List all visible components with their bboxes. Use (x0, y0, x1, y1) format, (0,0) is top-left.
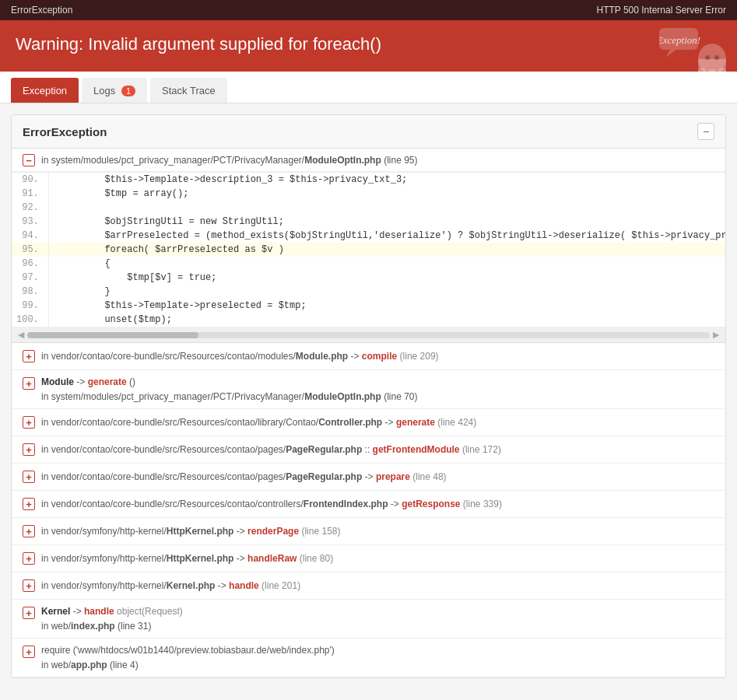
code-line: 93. $objStringUtil = new StringUtil; (12, 215, 725, 229)
line-number: 99. (12, 299, 48, 313)
code-line: 97. $tmp[$v] = true; (12, 271, 725, 285)
trace-item: +in vendor/contao/core-bundle/src/Resour… (12, 436, 725, 464)
line-code: $this->Template->preselected = $tmp; (48, 299, 725, 313)
trace-expand-btn[interactable]: + (23, 607, 35, 619)
scroll-right-arrow[interactable]: ▶ (713, 330, 719, 340)
tabs-bar: Exception Logs 1 Stack Trace (0, 72, 737, 103)
line-code: $objStringUtil = new StringUtil; (48, 215, 725, 229)
line-code: $tmp = array(); (48, 187, 725, 201)
trace-expand-btn[interactable]: + (23, 443, 35, 456)
error-card-title: ErrorException (23, 125, 107, 138)
line-number: 93. (12, 215, 48, 229)
trace-item: +in vendor/contao/core-bundle/src/Resour… (12, 464, 725, 491)
trace-kernel-subline: in web/index.php (line 31) (12, 621, 725, 638)
line-code: $arrPreselected = (method_exists($objStr… (48, 229, 725, 243)
code-line: 95. foreach( $arrPreselected as $v ) (12, 243, 725, 257)
main-expand-btn[interactable]: − (23, 154, 35, 166)
code-line: 90. $this->Template->description_3 = $th… (12, 173, 725, 187)
code-block: 90. $this->Template->description_3 = $th… (12, 172, 725, 327)
line-number: 98. (12, 285, 48, 299)
trace-expand-btn[interactable]: + (23, 579, 35, 592)
code-line: 98. } (12, 285, 725, 299)
tab-exception[interactable]: Exception (11, 78, 79, 103)
top-bar: ErrorException HTTP 500 Internal Server … (0, 0, 737, 20)
trace-require-line: + require ('www/htdocs/w01b1440/preview.… (12, 639, 725, 660)
line-code: } (48, 285, 725, 299)
line-number: 90. (12, 173, 48, 187)
trace-items: +in vendor/contao/core-bundle/src/Resour… (12, 343, 725, 677)
scroll-thumb[interactable] (27, 332, 198, 338)
line-number: 92. (12, 201, 48, 215)
trace-item: +in vendor/contao/core-bundle/src/Resour… (12, 343, 725, 370)
trace-item: +in vendor/contao/core-bundle/src/Resour… (12, 409, 725, 436)
error-card-header: ErrorException − (12, 115, 725, 149)
code-line: 92. (12, 201, 725, 215)
main-content: ErrorException − − in system/modules/pct… (0, 103, 737, 689)
kernel-handle-text: Kernel -> handle object(Request) (41, 606, 183, 617)
tab-stack-trace[interactable]: Stack Trace (150, 78, 227, 103)
trace-item: +in vendor/symfony/http-kernel/HttpKerne… (12, 545, 725, 572)
trace-text: in vendor/contao/core-bundle/src/Resourc… (41, 349, 714, 363)
trace-text: in vendor/contao/core-bundle/src/Resourc… (41, 415, 714, 429)
line-number: 94. (12, 229, 48, 243)
error-header: Warning: Invalid argument supplied for f… (0, 20, 737, 72)
line-number: 97. (12, 271, 48, 285)
logs-badge: 1 (121, 86, 135, 96)
trace-text: in vendor/symfony/http-kernel/HttpKernel… (41, 551, 714, 565)
trace-subline: in system/modules/pct_privacy_manager/PC… (12, 391, 725, 408)
scroll-left-arrow[interactable]: ◀ (18, 330, 24, 340)
trace-item-require: + require ('www/htdocs/w01b1440/preview.… (12, 639, 725, 677)
line-number: 91. (12, 187, 48, 201)
trace-expand-btn[interactable]: + (23, 350, 35, 362)
main-file-text: in system/modules/pct_privacy_manager/PC… (41, 155, 417, 166)
require-text: require ('www/htdocs/w01b1440/preview.to… (41, 645, 335, 656)
trace-item-kernel-handle: + Kernel -> handle object(Request) in we… (12, 600, 725, 639)
line-code: unset($tmp); (48, 313, 725, 327)
scroll-row: ◀ ▶ (12, 327, 725, 343)
line-code (48, 201, 725, 215)
tab-logs[interactable]: Logs 1 (82, 78, 147, 103)
line-number: 100. (12, 313, 48, 327)
line-code: { (48, 257, 725, 271)
module-generate-text: Module -> generate () (41, 376, 135, 387)
collapse-button[interactable]: − (697, 123, 714, 140)
line-code: $this->Template->description_3 = $this->… (48, 173, 725, 187)
line-number: 96. (12, 257, 48, 271)
trace-expand-btn[interactable]: + (23, 416, 35, 429)
code-line: 99. $this->Template->preselected = $tmp; (12, 299, 725, 313)
svg-point-8 (705, 55, 710, 60)
code-line: 100. unset($tmp); (12, 313, 725, 327)
trace-text: in vendor/contao/core-bundle/src/Resourc… (41, 443, 714, 457)
trace-item: +in vendor/contao/core-bundle/src/Resour… (12, 491, 725, 518)
svg-point-9 (714, 55, 719, 60)
trace-item: +in vendor/symfony/http-kernel/Kernel.ph… (12, 572, 725, 600)
trace-expand-btn[interactable]: + (23, 377, 35, 390)
trace-require-subline: in web/app.php (line 4) (12, 660, 725, 677)
trace-item-module-generate: + Module -> generate () (12, 370, 725, 391)
trace-expand-btn[interactable]: + (23, 646, 35, 658)
trace-text: in vendor/contao/core-bundle/src/Resourc… (41, 470, 714, 484)
error-card: ErrorException − − in system/modules/pct… (11, 114, 726, 678)
line-number: 95. (12, 243, 48, 257)
top-bar-app-name: ErrorException (11, 5, 72, 16)
trace-text: in vendor/contao/core-bundle/src/Resourc… (41, 497, 714, 511)
trace-item: +in vendor/symfony/http-kernel/HttpKerne… (12, 518, 725, 545)
trace-text: in vendor/symfony/http-kernel/HttpKernel… (41, 524, 714, 538)
code-table: 90. $this->Template->description_3 = $th… (12, 173, 725, 327)
trace-expand-btn[interactable]: + (23, 498, 35, 510)
trace-text: in vendor/symfony/http-kernel/Kernel.php… (41, 579, 714, 593)
code-line: 94. $arrPreselected = (method_exists($ob… (12, 229, 725, 243)
main-file-location: − in system/modules/pct_privacy_manager/… (12, 149, 725, 172)
top-bar-status: HTTP 500 Internal Server Error (596, 5, 726, 16)
trace-kernel-handle-line: + Kernel -> handle object(Request) (12, 600, 725, 621)
code-line: 91. $tmp = array(); (12, 187, 725, 201)
line-code: $tmp[$v] = true; (48, 271, 725, 285)
error-title: Warning: Invalid argument supplied for f… (16, 34, 721, 54)
trace-expand-btn[interactable]: + (23, 471, 35, 483)
trace-expand-btn[interactable]: + (23, 552, 35, 565)
trace-item-special: + Module -> generate () in system/module… (12, 370, 725, 409)
code-line: 96. { (12, 257, 725, 271)
line-code: foreach( $arrPreselected as $v ) (48, 243, 725, 257)
trace-expand-btn[interactable]: + (23, 525, 35, 537)
